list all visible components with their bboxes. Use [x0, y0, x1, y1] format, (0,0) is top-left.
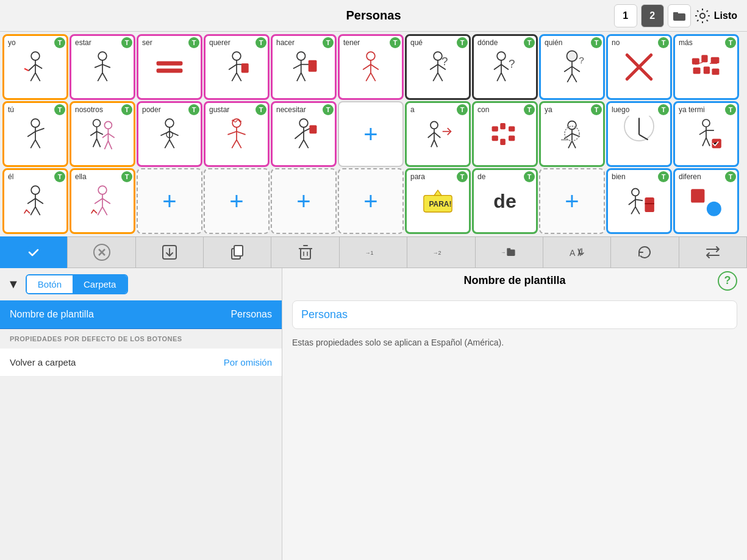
right-panel-title: Nombre de plantilla: [463, 274, 565, 287]
svg-rect-175: [507, 250, 515, 256]
svg-rect-24: [241, 63, 249, 73]
cell-1-8[interactable]: yaT: [539, 101, 605, 167]
template-name-input[interactable]: [292, 300, 737, 329]
tab-carpeta[interactable]: Carpeta: [73, 275, 127, 293]
refresh-button[interactable]: [611, 236, 679, 268]
svg-line-29: [297, 73, 301, 81]
svg-text:?: ?: [441, 55, 448, 68]
cell-1-9[interactable]: luegoT: [606, 101, 672, 167]
cell-1-3[interactable]: gustarT: [204, 101, 270, 167]
svg-rect-62: [701, 55, 707, 62]
cell-0-10[interactable]: másT: [673, 34, 739, 100]
symbol-grid: yoT estarT serT quererT hacerT: [0, 32, 747, 236]
cell-0-1[interactable]: estarT: [70, 34, 135, 100]
cell-2-2[interactable]: +: [137, 168, 202, 234]
cell-2-1[interactable]: ellaT: [70, 168, 135, 234]
left-panel-header: ▼ Botón Carpeta: [0, 268, 282, 300]
svg-line-133: [702, 138, 706, 146]
cell-2-0[interactable]: élT: [2, 168, 68, 234]
settings-button[interactable]: Listo: [695, 8, 737, 24]
svg-rect-65: [704, 66, 710, 74]
cell-1-6[interactable]: aT: [405, 101, 471, 167]
cell-1-2[interactable]: poderT: [137, 101, 202, 167]
svg-line-20: [229, 65, 237, 70]
right-panel: Nombre de plantilla ? Estas propiedades …: [282, 268, 747, 560]
page2-button[interactable]: 2: [641, 4, 664, 27]
template-name-row[interactable]: Nombre de plantilla Personas: [0, 300, 282, 329]
cell-t-badge: T: [323, 37, 334, 48]
cell-2-5[interactable]: +: [338, 168, 404, 234]
cell-t-badge: T: [524, 37, 535, 48]
help-button[interactable]: ?: [718, 271, 737, 291]
svg-point-32: [366, 52, 375, 60]
cell-0-3[interactable]: quererT: [204, 34, 270, 100]
cell-content: +: [272, 169, 335, 233]
page-folder-button[interactable]: [668, 4, 691, 27]
svg-line-94: [227, 132, 237, 135]
svg-line-13: [102, 65, 110, 68]
cell-t-badge: T: [591, 37, 602, 48]
cell-0-8[interactable]: quiénT ?: [539, 34, 605, 100]
cell-content: +: [540, 169, 604, 233]
cell-0-2[interactable]: serT: [137, 34, 202, 100]
cell-2-8[interactable]: +: [539, 168, 605, 234]
svg-line-7: [30, 73, 35, 81]
svg-line-120: [564, 133, 572, 139]
swap-button[interactable]: [679, 236, 747, 268]
grid-row-1: túT nosotrosT poderT: [2, 101, 745, 167]
import-button[interactable]: [136, 236, 204, 268]
cell-1-7[interactable]: conT: [472, 101, 538, 167]
cell-label: luego: [612, 105, 629, 114]
cell-label: él: [8, 172, 13, 181]
cell-t-badge: T: [658, 37, 669, 48]
edit-toolbar: →1 →2 → A: [0, 236, 747, 268]
svg-rect-167: [234, 246, 243, 256]
cell-t-badge: T: [524, 104, 535, 115]
copy-button[interactable]: [204, 236, 271, 268]
cell-2-3[interactable]: +: [204, 168, 270, 234]
cell-1-1[interactable]: nosotrosT: [70, 101, 135, 167]
cell-0-9[interactable]: noT: [606, 34, 672, 100]
svg-line-108: [434, 132, 440, 138]
cell-1-4[interactable]: necesitarT: [271, 101, 337, 167]
chevron-button[interactable]: ▼: [7, 277, 20, 291]
page1-button[interactable]: 1: [614, 4, 637, 27]
svg-line-122: [568, 141, 572, 148]
goto2-button[interactable]: →2: [407, 236, 475, 268]
cell-t-badge: T: [256, 104, 266, 115]
delete-button[interactable]: [271, 236, 339, 268]
cell-t-badge: T: [524, 171, 535, 182]
svg-line-138: [27, 199, 35, 204]
volver-carpeta-row[interactable]: Volver a carpeta Por omisión: [0, 349, 282, 377]
cell-2-6[interactable]: paraT PARA!: [405, 168, 471, 234]
cell-0-4[interactable]: hacerT: [271, 34, 337, 100]
svg-line-56: [567, 74, 572, 82]
cell-2-9[interactable]: bienT: [606, 168, 672, 234]
sort-button[interactable]: A: [543, 236, 611, 268]
cell-1-5[interactable]: +: [338, 101, 404, 167]
cell-1-0[interactable]: túT: [2, 101, 68, 167]
cell-0-5[interactable]: tenerT: [338, 34, 404, 100]
cell-0-0[interactable]: yoT: [2, 34, 68, 100]
cancel-button[interactable]: [68, 236, 135, 268]
goto-folder-button[interactable]: →: [476, 236, 543, 268]
cell-1-10[interactable]: ya termiT: [673, 101, 739, 167]
cell-2-4[interactable]: +: [271, 168, 337, 234]
svg-line-140: [30, 207, 35, 215]
svg-point-38: [434, 52, 442, 60]
cell-2-10[interactable]: diferenT: [673, 168, 739, 234]
check-button[interactable]: [0, 236, 68, 268]
svg-line-75: [90, 132, 96, 136]
goto1-button[interactable]: →1: [340, 236, 407, 268]
svg-line-78: [97, 139, 101, 147]
right-panel-content: Estas propiedades solo se aplican a Espa…: [282, 293, 747, 357]
cell-t-badge: T: [188, 37, 199, 48]
tab-boton[interactable]: Botón: [27, 275, 73, 293]
svg-line-102: [299, 140, 304, 148]
cell-0-7[interactable]: dóndeT ?: [472, 34, 538, 100]
svg-text:→: →: [501, 250, 506, 255]
cell-label: nosotros: [75, 105, 103, 114]
svg-line-107: [428, 132, 434, 138]
cell-2-7[interactable]: deTde: [472, 168, 538, 234]
cell-0-6[interactable]: quéT ?: [405, 34, 471, 100]
